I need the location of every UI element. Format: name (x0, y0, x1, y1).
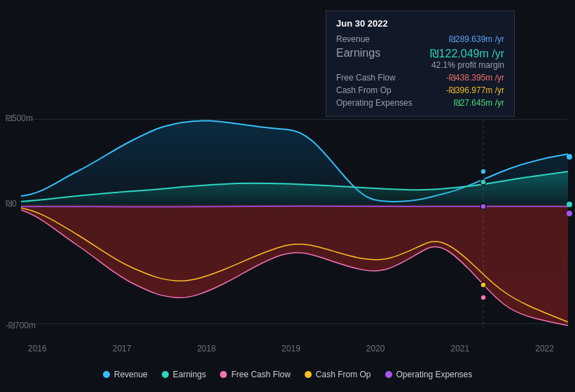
svg-point-5 (480, 282, 486, 288)
svg-point-4 (480, 295, 486, 300)
legend-dot-cashfromop (305, 371, 312, 378)
legend-dot-revenue (103, 371, 110, 378)
tooltip-earnings-value: ₪122.049m /yr (430, 47, 504, 60)
legend-label-revenue: Revenue (114, 370, 148, 379)
main-chart-svg (21, 108, 568, 329)
tooltip-cashfromop-label: Cash From Op (336, 85, 413, 95)
side-indicators (567, 154, 572, 216)
legend-dot-opex (385, 371, 392, 378)
tooltip-earnings-label: Earnings (336, 47, 413, 59)
tooltip-profit-margin: 42.1% profit margin (430, 60, 504, 70)
y-label-0: ₪0 (6, 199, 17, 209)
x-label-2020: 2020 (366, 344, 385, 354)
x-label-2017: 2017 (113, 344, 132, 354)
x-label-2021: 2021 (451, 344, 470, 354)
legend-revenue[interactable]: Revenue (103, 370, 148, 379)
legend-label-fcf: Free Cash Flow (231, 370, 291, 379)
legend-earnings[interactable]: Earnings (162, 370, 206, 379)
svg-point-6 (480, 204, 486, 209)
legend-label-earnings: Earnings (173, 370, 206, 379)
tooltip-fcf-value: -₪438.395m /yr (446, 73, 504, 83)
tooltip-revenue-row: Revenue ₪289.639m /yr (336, 33, 504, 46)
x-label-2016: 2016 (28, 344, 47, 354)
tooltip-fcf-label: Free Cash Flow (336, 73, 413, 83)
legend-cashfromop[interactable]: Cash From Op (305, 370, 371, 379)
x-label-2019: 2019 (282, 344, 300, 354)
tooltip-revenue-value: ₪289.639m /yr (449, 34, 504, 44)
tooltip-earnings-row: Earnings ₪122.049m /yr 42.1% profit marg… (336, 46, 504, 71)
tooltip-cashfromop-row: Cash From Op -₪396.977m /yr (336, 84, 504, 97)
x-label-2018: 2018 (197, 344, 216, 354)
legend-label-cashfromop: Cash From Op (316, 370, 371, 379)
tooltip-cashfromop-value: -₪396.977m /yr (446, 85, 504, 95)
x-axis-labels: 2016 2017 2018 2019 2020 2021 2022 (0, 344, 575, 354)
tooltip-opex-row: Operating Expenses ₪27.645m /yr (336, 97, 504, 109)
tooltip-panel: Jun 30 2022 Revenue ₪289.639m /yr Earnin… (326, 10, 515, 117)
chart-legend: Revenue Earnings Free Cash Flow Cash Fro… (0, 370, 575, 379)
legend-opex[interactable]: Operating Expenses (385, 370, 473, 379)
tooltip-opex-label: Operating Expenses (336, 98, 413, 108)
svg-point-2 (480, 169, 486, 174)
svg-point-3 (480, 179, 486, 185)
legend-label-opex: Operating Expenses (396, 370, 473, 379)
tooltip-fcf-row: Free Cash Flow -₪438.395m /yr (336, 71, 504, 84)
legend-dot-earnings (162, 371, 169, 378)
chart-container: ₪500m ₪0 -₪700m (0, 0, 575, 392)
tooltip-opex-value: ₪27.645m /yr (454, 98, 504, 108)
tooltip-date: Jun 30 2022 (336, 18, 504, 29)
legend-dot-fcf (220, 371, 227, 378)
legend-fcf[interactable]: Free Cash Flow (220, 370, 291, 379)
tooltip-revenue-label: Revenue (336, 34, 413, 44)
x-label-2022: 2022 (535, 344, 554, 354)
